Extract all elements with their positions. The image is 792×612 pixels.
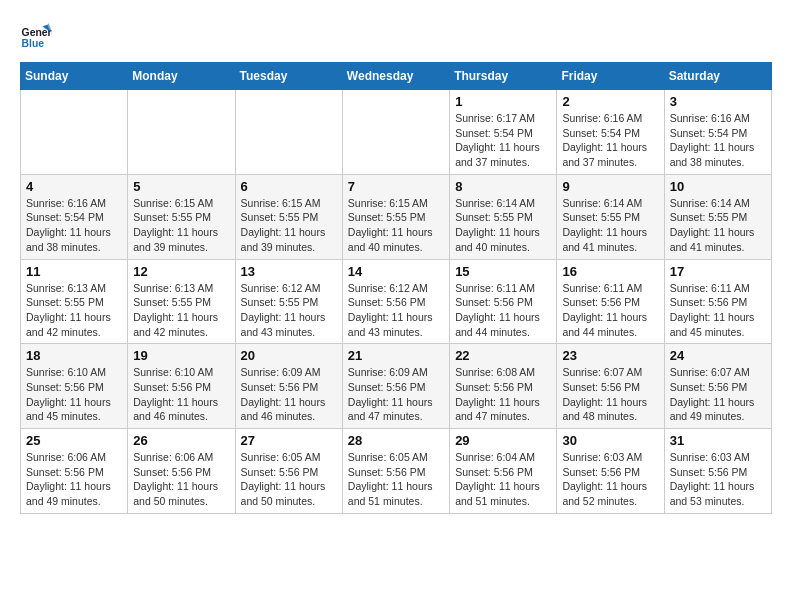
day-info: Sunrise: 6:16 AMSunset: 5:54 PMDaylight:…: [562, 111, 658, 170]
day-info: Sunrise: 6:15 AMSunset: 5:55 PMDaylight:…: [241, 196, 337, 255]
header: General Blue: [20, 20, 772, 52]
calendar-cell: 3Sunrise: 6:16 AMSunset: 5:54 PMDaylight…: [664, 90, 771, 175]
day-number: 14: [348, 264, 444, 279]
calendar-week-2: 4Sunrise: 6:16 AMSunset: 5:54 PMDaylight…: [21, 174, 772, 259]
weekday-header-thursday: Thursday: [450, 63, 557, 90]
calendar-cell: 12Sunrise: 6:13 AMSunset: 5:55 PMDayligh…: [128, 259, 235, 344]
day-number: 23: [562, 348, 658, 363]
logo: General Blue: [20, 20, 56, 52]
day-info: Sunrise: 6:15 AMSunset: 5:55 PMDaylight:…: [133, 196, 229, 255]
calendar-cell: 11Sunrise: 6:13 AMSunset: 5:55 PMDayligh…: [21, 259, 128, 344]
calendar-cell: 7Sunrise: 6:15 AMSunset: 5:55 PMDaylight…: [342, 174, 449, 259]
day-info: Sunrise: 6:11 AMSunset: 5:56 PMDaylight:…: [455, 281, 551, 340]
weekday-header-friday: Friday: [557, 63, 664, 90]
day-number: 24: [670, 348, 766, 363]
day-info: Sunrise: 6:09 AMSunset: 5:56 PMDaylight:…: [348, 365, 444, 424]
calendar-cell: [21, 90, 128, 175]
day-number: 3: [670, 94, 766, 109]
day-info: Sunrise: 6:14 AMSunset: 5:55 PMDaylight:…: [455, 196, 551, 255]
weekday-header-monday: Monday: [128, 63, 235, 90]
day-info: Sunrise: 6:12 AMSunset: 5:56 PMDaylight:…: [348, 281, 444, 340]
weekday-header-wednesday: Wednesday: [342, 63, 449, 90]
calendar-cell: 21Sunrise: 6:09 AMSunset: 5:56 PMDayligh…: [342, 344, 449, 429]
day-number: 25: [26, 433, 122, 448]
day-number: 2: [562, 94, 658, 109]
weekday-header-tuesday: Tuesday: [235, 63, 342, 90]
day-number: 6: [241, 179, 337, 194]
day-number: 13: [241, 264, 337, 279]
calendar-cell: 30Sunrise: 6:03 AMSunset: 5:56 PMDayligh…: [557, 429, 664, 514]
logo-icon: General Blue: [20, 20, 52, 52]
calendar-cell: 18Sunrise: 6:10 AMSunset: 5:56 PMDayligh…: [21, 344, 128, 429]
calendar-cell: [235, 90, 342, 175]
day-info: Sunrise: 6:11 AMSunset: 5:56 PMDaylight:…: [562, 281, 658, 340]
day-number: 1: [455, 94, 551, 109]
calendar-cell: 29Sunrise: 6:04 AMSunset: 5:56 PMDayligh…: [450, 429, 557, 514]
calendar-cell: 16Sunrise: 6:11 AMSunset: 5:56 PMDayligh…: [557, 259, 664, 344]
day-number: 28: [348, 433, 444, 448]
calendar-cell: 4Sunrise: 6:16 AMSunset: 5:54 PMDaylight…: [21, 174, 128, 259]
day-number: 5: [133, 179, 229, 194]
day-info: Sunrise: 6:09 AMSunset: 5:56 PMDaylight:…: [241, 365, 337, 424]
day-info: Sunrise: 6:03 AMSunset: 5:56 PMDaylight:…: [562, 450, 658, 509]
day-number: 10: [670, 179, 766, 194]
calendar-cell: 26Sunrise: 6:06 AMSunset: 5:56 PMDayligh…: [128, 429, 235, 514]
day-info: Sunrise: 6:05 AMSunset: 5:56 PMDaylight:…: [348, 450, 444, 509]
day-info: Sunrise: 6:17 AMSunset: 5:54 PMDaylight:…: [455, 111, 551, 170]
day-number: 22: [455, 348, 551, 363]
calendar-cell: 6Sunrise: 6:15 AMSunset: 5:55 PMDaylight…: [235, 174, 342, 259]
day-info: Sunrise: 6:06 AMSunset: 5:56 PMDaylight:…: [26, 450, 122, 509]
calendar-cell: 14Sunrise: 6:12 AMSunset: 5:56 PMDayligh…: [342, 259, 449, 344]
calendar-week-1: 1Sunrise: 6:17 AMSunset: 5:54 PMDaylight…: [21, 90, 772, 175]
calendar-cell: 24Sunrise: 6:07 AMSunset: 5:56 PMDayligh…: [664, 344, 771, 429]
calendar-table: SundayMondayTuesdayWednesdayThursdayFrid…: [20, 62, 772, 514]
calendar-cell: 31Sunrise: 6:03 AMSunset: 5:56 PMDayligh…: [664, 429, 771, 514]
calendar-cell: 8Sunrise: 6:14 AMSunset: 5:55 PMDaylight…: [450, 174, 557, 259]
calendar-cell: 15Sunrise: 6:11 AMSunset: 5:56 PMDayligh…: [450, 259, 557, 344]
day-info: Sunrise: 6:03 AMSunset: 5:56 PMDaylight:…: [670, 450, 766, 509]
day-info: Sunrise: 6:16 AMSunset: 5:54 PMDaylight:…: [26, 196, 122, 255]
day-info: Sunrise: 6:16 AMSunset: 5:54 PMDaylight:…: [670, 111, 766, 170]
day-number: 30: [562, 433, 658, 448]
calendar-cell: 27Sunrise: 6:05 AMSunset: 5:56 PMDayligh…: [235, 429, 342, 514]
day-info: Sunrise: 6:08 AMSunset: 5:56 PMDaylight:…: [455, 365, 551, 424]
calendar-cell: 2Sunrise: 6:16 AMSunset: 5:54 PMDaylight…: [557, 90, 664, 175]
day-info: Sunrise: 6:14 AMSunset: 5:55 PMDaylight:…: [562, 196, 658, 255]
day-number: 19: [133, 348, 229, 363]
day-info: Sunrise: 6:10 AMSunset: 5:56 PMDaylight:…: [133, 365, 229, 424]
calendar-cell: 5Sunrise: 6:15 AMSunset: 5:55 PMDaylight…: [128, 174, 235, 259]
calendar-cell: [342, 90, 449, 175]
day-number: 29: [455, 433, 551, 448]
weekday-header-saturday: Saturday: [664, 63, 771, 90]
calendar-cell: 23Sunrise: 6:07 AMSunset: 5:56 PMDayligh…: [557, 344, 664, 429]
calendar-week-3: 11Sunrise: 6:13 AMSunset: 5:55 PMDayligh…: [21, 259, 772, 344]
svg-text:Blue: Blue: [22, 38, 45, 49]
day-info: Sunrise: 6:05 AMSunset: 5:56 PMDaylight:…: [241, 450, 337, 509]
calendar-cell: 19Sunrise: 6:10 AMSunset: 5:56 PMDayligh…: [128, 344, 235, 429]
day-number: 20: [241, 348, 337, 363]
day-number: 27: [241, 433, 337, 448]
calendar-cell: 17Sunrise: 6:11 AMSunset: 5:56 PMDayligh…: [664, 259, 771, 344]
calendar-cell: 22Sunrise: 6:08 AMSunset: 5:56 PMDayligh…: [450, 344, 557, 429]
day-number: 16: [562, 264, 658, 279]
calendar-cell: 10Sunrise: 6:14 AMSunset: 5:55 PMDayligh…: [664, 174, 771, 259]
day-number: 8: [455, 179, 551, 194]
day-number: 7: [348, 179, 444, 194]
day-number: 17: [670, 264, 766, 279]
weekday-header-sunday: Sunday: [21, 63, 128, 90]
calendar-week-4: 18Sunrise: 6:10 AMSunset: 5:56 PMDayligh…: [21, 344, 772, 429]
day-number: 18: [26, 348, 122, 363]
day-info: Sunrise: 6:07 AMSunset: 5:56 PMDaylight:…: [562, 365, 658, 424]
day-info: Sunrise: 6:07 AMSunset: 5:56 PMDaylight:…: [670, 365, 766, 424]
weekday-header: SundayMondayTuesdayWednesdayThursdayFrid…: [21, 63, 772, 90]
day-number: 11: [26, 264, 122, 279]
day-info: Sunrise: 6:06 AMSunset: 5:56 PMDaylight:…: [133, 450, 229, 509]
day-info: Sunrise: 6:13 AMSunset: 5:55 PMDaylight:…: [26, 281, 122, 340]
calendar-cell: 9Sunrise: 6:14 AMSunset: 5:55 PMDaylight…: [557, 174, 664, 259]
calendar-cell: 25Sunrise: 6:06 AMSunset: 5:56 PMDayligh…: [21, 429, 128, 514]
day-number: 26: [133, 433, 229, 448]
day-info: Sunrise: 6:11 AMSunset: 5:56 PMDaylight:…: [670, 281, 766, 340]
day-info: Sunrise: 6:10 AMSunset: 5:56 PMDaylight:…: [26, 365, 122, 424]
calendar-cell: 13Sunrise: 6:12 AMSunset: 5:55 PMDayligh…: [235, 259, 342, 344]
day-number: 15: [455, 264, 551, 279]
